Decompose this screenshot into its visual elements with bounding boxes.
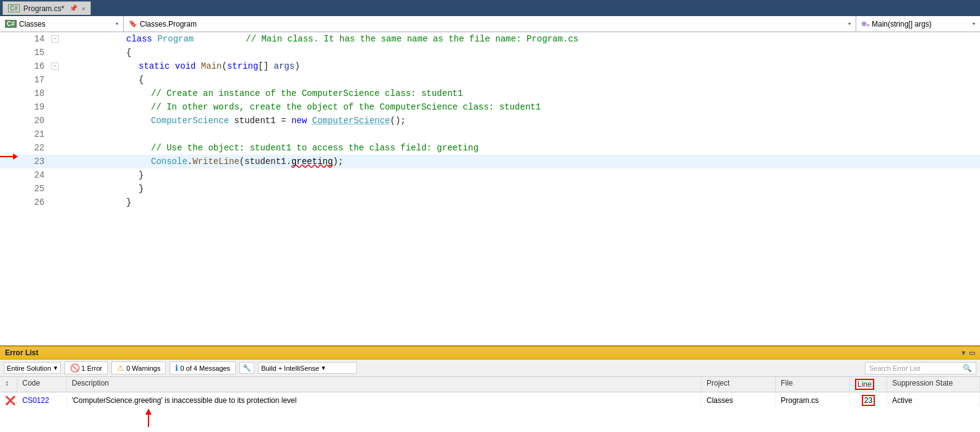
line-num-23: 23 (17, 155, 49, 168)
line-num-21: 21 (17, 127, 49, 141)
col-file[interactable]: File (776, 377, 850, 392)
tab-close-button[interactable]: × (82, 5, 85, 12)
error-project: Classes (702, 394, 776, 407)
error-row-1[interactable]: ❌ CS0122 'ComputerScience.greeting' is i… (0, 392, 980, 408)
editor-main: 14 − class Program // Main class. It has… (0, 32, 980, 345)
classes-program-label: Classes.Program (140, 20, 197, 28)
collapse-14[interactable]: − (49, 35, 61, 43)
warning-icon: ⚠ (117, 363, 124, 373)
error-toolbar: Entire Solution ▾ 🚫 1 Error ⚠ 0 Warnings… (0, 360, 980, 377)
build-filter-label: Build + IntelliSense (261, 365, 319, 372)
nav-method-icon: ⊕ₐ (861, 20, 869, 28)
info-icon: ℹ (175, 363, 178, 373)
error-circle-icon: ❌ (5, 395, 17, 405)
line-num-24: 24 (17, 168, 49, 182)
error-table-header: ↕ Code Description Project File Line Sup… (0, 377, 980, 392)
line-num-26: 26 (17, 196, 49, 209)
col-description[interactable]: Description (67, 377, 702, 392)
main-method-dropdown[interactable]: ⊕ₐ Main(string[] args) ▾ (856, 16, 980, 32)
main-method-chevron: ▾ (973, 21, 975, 27)
classes-program-dropdown[interactable]: 🔖 Classes.Program ▾ (124, 16, 856, 32)
classes-dropdown[interactable]: C# Classes ▾ (0, 16, 124, 32)
message-count-button[interactable]: ℹ 0 of 4 Messages (170, 361, 236, 374)
error-row-icon: ❌ (0, 393, 17, 408)
tab-bar: C# Program.cs* 📌 × (0, 0, 980, 16)
main-method-label: Main(string[] args) (872, 20, 932, 28)
filter-icon-btn[interactable]: 🔧 (239, 362, 254, 374)
code-text-26: } (69, 188, 980, 217)
col-icon: ↕ (0, 377, 17, 392)
error-file: Program.cs (776, 394, 850, 407)
code-line-20: 20 ComputerScience student1 = new Comput… (0, 114, 980, 127)
nav-bookmark-icon: 🔖 (129, 20, 137, 28)
classes-chevron: ▾ (116, 21, 118, 27)
build-filter-chevron: ▾ (322, 364, 325, 372)
error-line: 23 (850, 392, 887, 408)
scope-label: Entire Solution (7, 365, 51, 372)
annotation-area (0, 408, 980, 427)
pin-icon: 📌 (69, 4, 78, 12)
code-line-26: 26 } (0, 196, 980, 209)
error-panel-header: Error List ▼ ▭ (0, 347, 980, 360)
line-num-17: 17 (17, 73, 49, 87)
col-suppression[interactable]: Suppression State (887, 377, 980, 392)
error-count-button[interactable]: 🚫 1 Error (64, 361, 108, 374)
error-panel-title: Error List (5, 348, 38, 357)
collapse-16[interactable]: − (49, 63, 61, 70)
line-num-20: 20 (17, 114, 49, 127)
filter-icon: 🔧 (243, 364, 251, 371)
line-num-25: 25 (17, 182, 49, 196)
error-code: CS0122 (17, 394, 67, 407)
scope-chevron: ▾ (54, 364, 58, 372)
search-icon: 🔍 (963, 364, 972, 373)
cs-tab-icon: C# (8, 4, 20, 12)
warning-count-label: 0 Warnings (126, 365, 160, 372)
code-editor[interactable]: 14 − class Program // Main class. It has… (0, 32, 980, 345)
classes-program-chevron: ▾ (848, 21, 851, 27)
line-num-16: 16 (17, 59, 49, 73)
message-count-label: 0 of 4 Messages (180, 365, 230, 372)
line-num-19: 19 (17, 100, 49, 114)
build-filter-dropdown[interactable]: Build + IntelliSense ▾ (258, 362, 357, 374)
col-code[interactable]: Code (17, 377, 67, 392)
error-line-value: 23 (862, 395, 875, 406)
line-num-22: 22 (17, 141, 49, 155)
line-col-label: Line (855, 379, 874, 390)
col-project[interactable]: Project (702, 377, 776, 392)
scope-dropdown[interactable]: Entire Solution ▾ (4, 362, 61, 374)
line23-arrow-annotation (0, 156, 17, 157)
nav-bar: C# Classes ▾ 🔖 Classes.Program ▾ ⊕ₐ Main… (0, 16, 980, 32)
nav-cs-icon: C# (5, 20, 17, 28)
col-line: Line (850, 377, 887, 392)
line-num-18: 18 (17, 87, 49, 100)
error-count-label: 1 Error (82, 365, 103, 372)
error-icon: 🚫 (70, 363, 80, 373)
search-placeholder: Search Error List (869, 365, 921, 372)
error-panel-controls[interactable]: ▼ ▭ (960, 349, 975, 357)
annotation-arrow-up (142, 408, 155, 427)
error-search-box[interactable]: Search Error List 🔍 (865, 362, 976, 374)
warning-count-button[interactable]: ⚠ 0 Warnings (111, 361, 166, 374)
line-num-14: 14 (17, 32, 49, 46)
svg-marker-1 (145, 408, 152, 415)
error-panel: Error List ▼ ▭ Entire Solution ▾ 🚫 1 Err… (0, 345, 980, 432)
tab-filename: Program.cs* (24, 4, 64, 13)
editor-container: C# Program.cs* 📌 × C# Classes ▾ 🔖 Classe… (0, 0, 980, 432)
classes-label: Classes (19, 20, 46, 28)
line-num-15: 15 (17, 46, 49, 59)
program-cs-tab[interactable]: C# Program.cs* 📌 × (2, 1, 91, 15)
error-description: 'ComputerScience.greeting' is inaccessib… (67, 394, 702, 407)
error-suppression: Active (887, 394, 980, 407)
